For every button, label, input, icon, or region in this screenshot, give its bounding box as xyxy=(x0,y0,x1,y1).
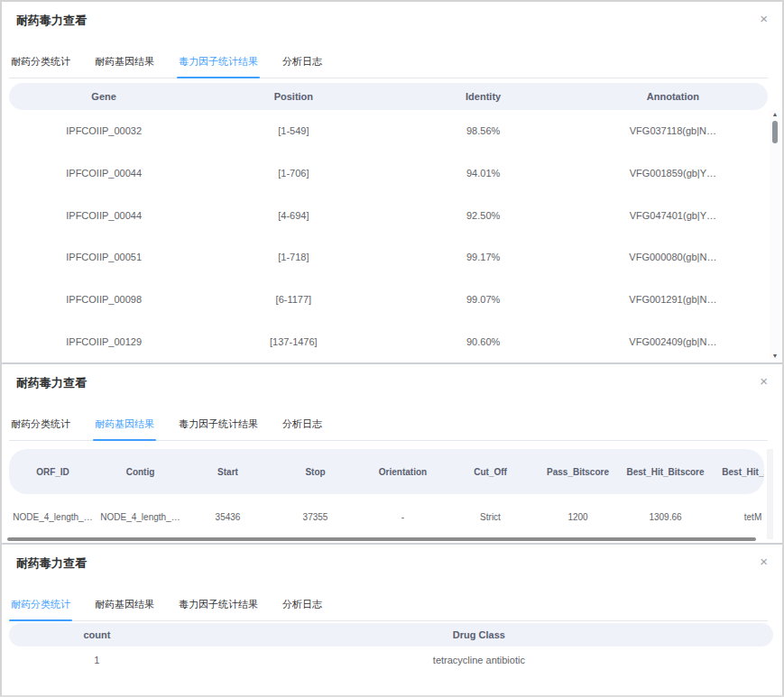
tab-resistance-gene-results[interactable]: 耐药基因结果 xyxy=(93,598,156,620)
dialog-resistance-gene-results: 耐药毒力查看 × 耐药分类统计耐药基因结果毒力因子统计结果分析日志 ORF_ID… xyxy=(2,364,782,543)
column-header: Identity xyxy=(389,91,578,102)
column-header: Contig xyxy=(97,467,184,477)
table-row: IPFCOIIP_00098[6-1177]99.07%VFG001291(gb… xyxy=(9,279,768,321)
dialog-header: 耐药毒力查看 × xyxy=(2,2,782,28)
table-cell: IPFCOIIP_00051 xyxy=(9,252,198,262)
table-row: IPFCOIIP_00051[1-718]99.17%VFG000080(gb|… xyxy=(9,236,768,279)
tab-analysis-log[interactable]: 分析日志 xyxy=(281,55,324,78)
scroll-up-icon[interactable]: ▲ xyxy=(772,110,779,118)
table-cell: tetracycline antibiotic xyxy=(185,655,773,665)
resistance-gene-table: ORF_IDContigStartStopOrientationCut_OffP… xyxy=(9,449,764,539)
table-row: IPFCOIIP_00032[1-549]98.56%VFG037118(gb|… xyxy=(9,110,768,152)
column-header: Position xyxy=(198,91,388,102)
column-header: count xyxy=(9,629,185,640)
table-cell: NODE_4_length_… xyxy=(9,512,97,522)
table-cell: 1309.66 xyxy=(622,512,709,522)
tab-analysis-log[interactable]: 分析日志 xyxy=(281,598,324,620)
table-cell: 99.07% xyxy=(389,294,578,305)
column-header: Drug Class xyxy=(185,629,773,640)
table-cell: [1-706] xyxy=(198,168,388,179)
table-cell: IPFCOIIP_00129 xyxy=(9,336,198,347)
table-body: IPFCOIIP_00032[1-549]98.56%VFG037118(gb|… xyxy=(9,110,768,362)
table-cell: [6-1177] xyxy=(198,294,388,305)
tab-resistance-class-stats[interactable]: 耐药分类统计 xyxy=(9,55,72,78)
tab-resistance-gene-results[interactable]: 耐药基因结果 xyxy=(93,417,156,440)
vertical-scrollbar-track[interactable] xyxy=(767,449,773,539)
dialog-title: 耐药毒力查看 xyxy=(16,556,768,571)
table-cell: 35436 xyxy=(184,512,272,522)
table-cell: 1200 xyxy=(534,512,622,522)
table-cell: IPFCOIIP_00044 xyxy=(9,210,198,221)
tab-bar: 耐药分类统计耐药基因结果毒力因子统计结果分析日志 xyxy=(9,55,768,78)
table-cell: tetM xyxy=(709,512,764,522)
table-body: 1tetracycline antibiotic xyxy=(9,647,773,674)
table-cell: VFG001291(gb|N… xyxy=(578,294,768,305)
tab-virulence-factor-results[interactable]: 毒力因子统计结果 xyxy=(177,598,260,620)
column-header: Gene xyxy=(9,91,198,102)
table-cell: NODE_4_length_… xyxy=(97,512,184,522)
tab-resistance-class-stats[interactable]: 耐药分类统计 xyxy=(9,598,72,620)
table-header-row: GenePositionIdentityAnnotation xyxy=(9,83,768,110)
table-cell: 90.60% xyxy=(389,336,578,347)
column-header: Annotation xyxy=(578,91,768,102)
column-header: ORF_ID xyxy=(9,467,97,477)
tab-resistance-gene-results[interactable]: 耐药基因结果 xyxy=(93,55,156,78)
tab-resistance-class-stats[interactable]: 耐药分类统计 xyxy=(9,417,72,440)
dialog-virulence-factor-results: 耐药毒力查看 × 耐药分类统计耐药基因结果毒力因子统计结果分析日志 GenePo… xyxy=(2,2,782,362)
column-header: Stop xyxy=(272,467,359,477)
table-cell: Strict xyxy=(447,512,534,522)
table-cell: VFG002409(gb|N… xyxy=(578,336,768,347)
column-header: Best_Hit_ARO xyxy=(709,467,764,477)
table-cell: 37355 xyxy=(272,512,359,522)
table-cell: [1-549] xyxy=(198,125,388,136)
table-cell: 98.56% xyxy=(389,125,578,136)
tab-virulence-factor-results[interactable]: 毒力因子统计结果 xyxy=(177,55,260,78)
table-header-row: ORF_IDContigStartStopOrientationCut_OffP… xyxy=(9,449,764,494)
table-cell: IPFCOIIP_00032 xyxy=(9,125,198,136)
table-cell: - xyxy=(359,512,447,522)
column-header: Pass_Bitscore xyxy=(534,467,622,477)
table-cell: VFG000080(gb|N… xyxy=(578,252,768,262)
table-cell: VFG047401(gb|Y… xyxy=(578,210,768,221)
close-icon[interactable]: × xyxy=(760,12,768,25)
column-header: Start xyxy=(184,467,272,477)
table-cell: IPFCOIIP_00044 xyxy=(9,168,198,179)
tab-virulence-factor-results[interactable]: 毒力因子统计结果 xyxy=(177,417,260,440)
tab-bar: 耐药分类统计耐药基因结果毒力因子统计结果分析日志 xyxy=(9,417,768,441)
drug-class-table: countDrug Class 1tetracycline antibiotic xyxy=(9,623,773,674)
dialog-resistance-class-stats: 耐药毒力查看 × 耐药分类统计耐药基因结果毒力因子统计结果分析日志 countD… xyxy=(2,545,782,695)
table-cell: VFG037118(gb|N… xyxy=(578,125,768,136)
scroll-down-icon[interactable]: ▼ xyxy=(772,352,779,360)
table-cell: [4-694] xyxy=(198,210,388,221)
virulence-factor-table: GenePositionIdentityAnnotation IPFCOIIP_… xyxy=(9,83,768,362)
resistance-virulence-viewer: 耐药毒力查看 × 耐药分类统计耐药基因结果毒力因子统计结果分析日志 GenePo… xyxy=(0,0,784,697)
table-cell: 99.17% xyxy=(389,252,578,262)
table-row: 1tetracycline antibiotic xyxy=(9,647,773,674)
table-cell: IPFCOIIP_00098 xyxy=(9,294,198,305)
horizontal-scrollbar-thumb[interactable] xyxy=(7,537,756,541)
vertical-scrollbar[interactable]: ▲ ▼ xyxy=(770,110,780,360)
dialog-header: 耐药毒力查看 × xyxy=(2,545,782,571)
close-icon[interactable]: × xyxy=(760,374,768,388)
table-body: NODE_4_length_…NODE_4_length_…3543637355… xyxy=(9,494,764,539)
tab-analysis-log[interactable]: 分析日志 xyxy=(281,417,324,440)
close-icon[interactable]: × xyxy=(760,555,768,568)
table-cell: 94.01% xyxy=(389,168,578,179)
column-header: Best_Hit_Bitscore xyxy=(622,467,709,477)
table-cell: [137-1476] xyxy=(198,336,388,347)
dialog-header: 耐药毒力查看 × xyxy=(2,364,782,390)
dialog-title: 耐药毒力查看 xyxy=(16,14,768,28)
table-row: IPFCOIIP_00129[137-1476]90.60%VFG002409(… xyxy=(9,320,768,362)
table-cell: VFG001859(gb|Y… xyxy=(578,168,768,179)
tab-bar: 耐药分类统计耐药基因结果毒力因子统计结果分析日志 xyxy=(9,598,768,621)
table-row: NODE_4_length_…NODE_4_length_…3543637355… xyxy=(9,494,764,539)
table-cell: 92.50% xyxy=(389,210,578,221)
table-header-row: countDrug Class xyxy=(9,623,773,647)
table-cell: 1 xyxy=(9,655,185,665)
table-cell: [1-718] xyxy=(198,252,388,262)
scrollbar-thumb[interactable] xyxy=(772,121,778,143)
table-row: IPFCOIIP_00044[1-706]94.01%VFG001859(gb|… xyxy=(9,152,768,195)
column-header: Cut_Off xyxy=(447,467,534,477)
dialog-title: 耐药毒力查看 xyxy=(16,376,768,390)
table-row: IPFCOIIP_00044[4-694]92.50%VFG047401(gb|… xyxy=(9,194,768,236)
